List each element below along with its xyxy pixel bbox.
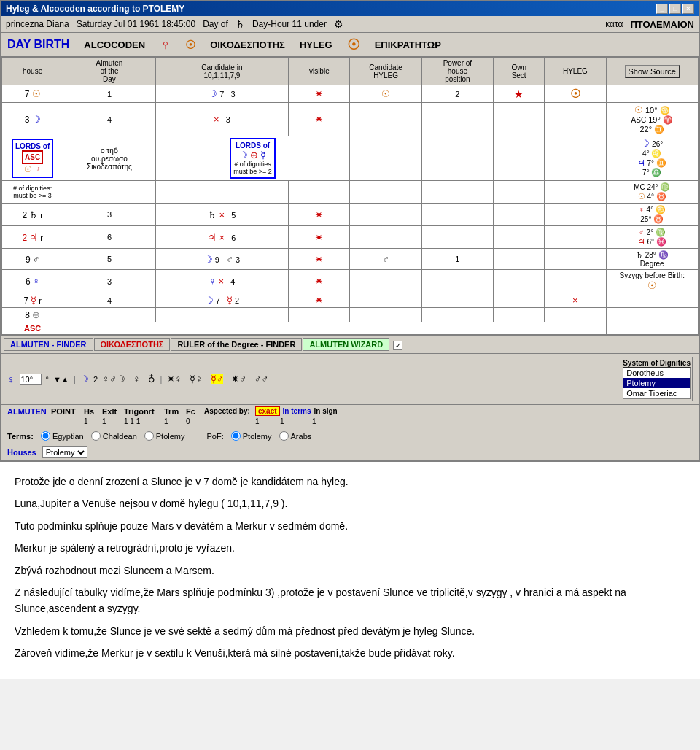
pof-arabs-radio-label[interactable]: Arabs — [279, 431, 312, 441]
visible-cell: ✷ — [289, 270, 350, 293]
show-source-button[interactable]: Show Source — [625, 65, 680, 78]
pof-ptolemy-radio-label[interactable]: Ptolemy — [231, 431, 272, 441]
pof-arabs-radio[interactable] — [279, 431, 289, 441]
table-row: 6 ♀ 3 ♀ × 4 ✷ Syzygy before Birth: ☉ — [2, 270, 699, 293]
power-cell — [421, 226, 493, 249]
almuten-cell: 4 — [63, 293, 155, 308]
almuten-cell: 6 — [63, 226, 155, 249]
col-own-sect: OwnSect — [494, 58, 545, 85]
dignity-power — [421, 181, 493, 204]
asc-right — [606, 322, 698, 335]
separator2: | — [160, 374, 162, 384]
venus-alcocoden-icon: ♀ — [160, 36, 171, 53]
lords-of-box: LORDS of ☽ ⊕ ☿ # of dignitiesmust be >= … — [230, 138, 276, 179]
aspected-label: Aspected by: — [204, 407, 255, 415]
chaldean-radio-label[interactable]: Chaldean — [91, 431, 137, 441]
egyptian-radio-label[interactable]: Egyptian — [41, 431, 84, 441]
egyptian-radio[interactable] — [41, 431, 50, 441]
hyleg-cand-cell — [350, 308, 421, 322]
power-cell — [421, 308, 493, 322]
pof-ptolemy-radio[interactable] — [231, 431, 241, 441]
houses-label: Houses — [7, 448, 36, 457]
close-button[interactable]: × — [682, 4, 694, 14]
system-title: System of Dignities — [623, 359, 691, 367]
day-hour-label: Day-Hour 11 under — [252, 19, 327, 29]
hyleg-cand-cell — [350, 103, 421, 136]
hyleg-cand-cell: ♂ — [350, 249, 421, 270]
house-cell: 2 ♄ r — [2, 204, 63, 226]
table-row: 2 ♃ r 6 ♃ × 6 ✷ ♂ 2° ♍ ♃ 6° ♓ — [2, 226, 699, 249]
houses-select[interactable]: Ptolemy — [42, 446, 88, 458]
dignity-cell: # of dignities:must be >= 3 — [2, 181, 63, 204]
num-terms: 1 — [280, 417, 309, 425]
right-cell: ♄ 28° ♑ Degree — [606, 249, 698, 270]
chaldean-radio[interactable] — [91, 431, 101, 441]
degree-input[interactable] — [20, 374, 42, 385]
right-cell — [606, 308, 698, 322]
planet-row-icons: ♀♂☽ ♀ ♁ — [102, 374, 155, 384]
hyleg-cand-cell — [350, 270, 421, 293]
candidate-cell: ♄ × 5 — [155, 204, 289, 226]
dignity-almuten — [63, 181, 155, 204]
wizard-tab[interactable]: ALMUTEN WIZARD — [303, 338, 389, 351]
venus2-icon: ☉ — [185, 38, 195, 52]
wizard-checkbox[interactable] — [393, 341, 402, 350]
maximize-button[interactable]: □ — [669, 4, 681, 14]
col-visible: visible — [289, 58, 350, 85]
visible-cell: ✷ — [289, 293, 350, 308]
num-2: 2 — [93, 375, 98, 384]
lords-house-cell: LORDS of ASC ☉ ♂ — [2, 136, 63, 181]
lords-sect-cell — [494, 136, 545, 181]
visible-cell: ✷ — [289, 103, 350, 136]
own-sect-cell: ★ — [494, 85, 545, 103]
candidate-cell: ☽ 7 ☿ 2 — [155, 293, 289, 308]
col-hyleg: HYLEG — [545, 58, 606, 85]
text-para-7: Vzhledem k tomu,že Slunce je ve své sekt… — [15, 623, 685, 639]
table-row: 2 ♄ r 3 ♄ × 5 ✷ ♀ 4° ♋ 25° ♉ — [2, 204, 699, 226]
oiko-tab[interactable]: ΟΙΚΟΔΕΣΠΟΤΗΣ — [94, 338, 171, 351]
col-hyleg-cand: CandidateHYLEG — [350, 58, 421, 85]
day-of-label: Day of — [203, 19, 228, 29]
exlt-label: Exlt — [102, 407, 124, 416]
finder-area: ALMUTEN - FINDER ΟΙΚΟΔΕΣΠΟΤΗΣ RULER of t… — [1, 335, 699, 460]
table-row: 7 ☿ r 4 ☽ 7 ☿ 2 ✷ × — [2, 293, 699, 308]
col-almuten: Almutenof theDay — [63, 58, 155, 85]
in-terms-label: in terms — [283, 407, 311, 415]
terms-label: Terms: — [7, 432, 34, 441]
egyptian-label: Egyptian — [52, 432, 84, 441]
almuten-cell — [63, 308, 155, 322]
visible-cell: ✷ — [289, 249, 350, 270]
system-list[interactable]: Dorotheus Ptolemy Omar Tiberiac — [623, 367, 691, 399]
dignity-right: MC 24° ♍ ☉ 4° ♉ — [606, 181, 698, 204]
system-ptolemy[interactable]: Ptolemy — [623, 378, 690, 388]
almuten-cell: 4 — [63, 103, 155, 136]
ptolemy-terms-radio[interactable] — [144, 431, 154, 441]
hs-label: Hs — [84, 407, 102, 416]
window-title: Hyleg & Alcocoden according to PTOLEMY — [6, 4, 184, 14]
lords-hyleg-cell — [350, 136, 421, 181]
lords-right: ☽ 26° 4° ♌ ♃ 7° ♊ 7° ♎ — [606, 136, 698, 181]
gear-icon: ⚙ — [334, 18, 343, 30]
hyleg-cand-cell — [350, 293, 421, 308]
asc-cell: ASC — [2, 322, 63, 335]
epikrathtor-label: ΕΠΙΚΡΑΤΗΤΩΡ — [375, 39, 441, 50]
pof-arabs-label: Arabs — [291, 432, 312, 441]
dignity-row: # of dignities:must be >= 3 MC 24° ♍ ☉ 4… — [2, 181, 699, 204]
house-cell: 6 ♀ — [2, 270, 63, 293]
own-sect-cell — [494, 308, 545, 322]
system-omar[interactable]: Omar Tiberiac — [623, 388, 690, 398]
info-row: princezna Diana Saturday Jul 01 1961 18:… — [1, 16, 699, 33]
hyleg-cell — [545, 270, 606, 293]
lords-power-cell — [421, 136, 493, 181]
ruler-tab[interactable]: RULER of the Degree - FINDER — [171, 338, 302, 351]
ptolemy-terms-radio-label[interactable]: Ptolemy — [144, 431, 185, 441]
minimize-button[interactable]: _ — [656, 4, 668, 14]
power-cell — [421, 103, 493, 136]
title-bar: Hyleg & Alcocoden according to PTOLEMY _… — [1, 1, 699, 16]
calc-row: ♀ ° ▼▲ | ☽ 2 ♀♂☽ ♀ ♁ | ✷♀ ☿♀ ☿♂ ✷♂ ♂♂ Sy… — [1, 353, 699, 404]
almuten-tab[interactable]: ALMUTEN - FINDER — [4, 338, 93, 351]
col-show-source[interactable]: Show Source — [606, 58, 698, 85]
house-cell: 2 ♃ r — [2, 226, 63, 249]
system-dorotheus[interactable]: Dorotheus — [623, 368, 690, 378]
almuten-cell: 3 — [63, 270, 155, 293]
